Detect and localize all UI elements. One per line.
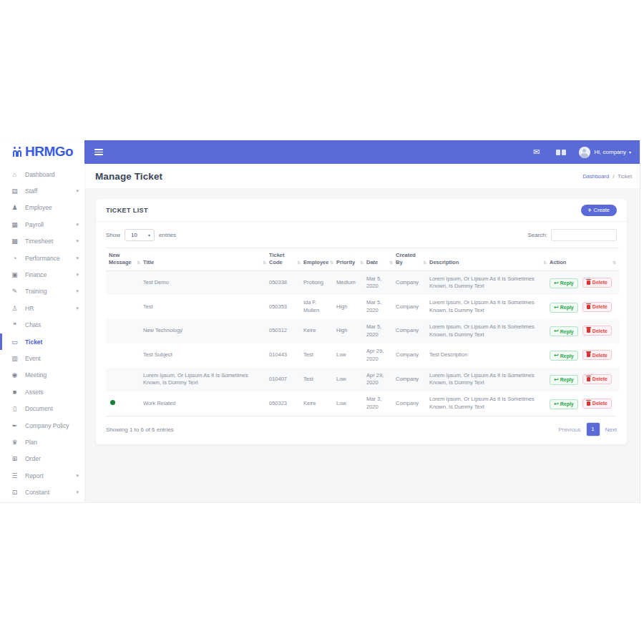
create-button[interactable]: + Create bbox=[581, 205, 617, 216]
column-header[interactable]: Title ⇅ bbox=[143, 248, 269, 271]
column-header[interactable]: Created By ⇅ bbox=[396, 248, 429, 271]
show-entries: Show 10 ▾ entries bbox=[106, 229, 176, 241]
column-header-label: Priority bbox=[336, 259, 355, 265]
reply-icon: ↩ bbox=[554, 305, 559, 311]
avatar[interactable] bbox=[579, 147, 590, 158]
user-menu[interactable]: Hi, company bbox=[595, 149, 626, 155]
sidebar-item-assets[interactable]: ■ Assets ▾ bbox=[0, 384, 84, 400]
action-cell: ↩Reply Delete bbox=[550, 270, 619, 295]
staff-icon: ▤ bbox=[10, 187, 19, 195]
column-header-label: Ticket Code bbox=[269, 252, 285, 265]
sidebar-toggle-button[interactable] bbox=[94, 147, 104, 157]
chevron-down-icon: ▾ bbox=[76, 473, 79, 479]
sidebar-item-company-policy[interactable]: ✒ Company Policy ▾ bbox=[0, 417, 84, 434]
topbar: ✉ Hi, company ▾ bbox=[84, 140, 640, 164]
pagination-previous[interactable]: Previous bbox=[558, 426, 580, 433]
new-message-cell bbox=[106, 295, 143, 319]
mail-icon[interactable]: ✉ bbox=[533, 147, 540, 157]
payroll-icon: ▦ bbox=[10, 221, 19, 228]
created-by-cell: Company bbox=[396, 368, 429, 392]
chats-icon: ❝ bbox=[10, 321, 19, 328]
search-input[interactable] bbox=[551, 229, 617, 241]
delete-button[interactable]: Delete bbox=[582, 278, 612, 288]
sidebar-item-event[interactable]: ▥ Event ▾ bbox=[0, 350, 84, 366]
sidebar-item-label: Document bbox=[25, 405, 76, 412]
delete-button[interactable]: Delete bbox=[582, 399, 612, 409]
created-by-cell: Company bbox=[396, 295, 429, 319]
sidebar-item-constant[interactable]: ⊡ Constant ▾ bbox=[0, 484, 84, 500]
page-header: Manage Ticket Dashboard / Ticket bbox=[84, 164, 640, 188]
sidebar-item-finance[interactable]: ▣ Finance ▾ bbox=[0, 266, 84, 283]
sidebar-item-report[interactable]: ☰ Report ▾ bbox=[0, 467, 84, 484]
sidebar-item-document[interactable]: ▯ Document ▾ bbox=[0, 400, 84, 416]
ticket-code-cell: 010407 bbox=[269, 368, 303, 392]
delete-button[interactable]: Delete bbox=[582, 374, 612, 384]
reply-button[interactable]: ↩Reply bbox=[550, 399, 578, 409]
column-header[interactable]: Date ⇅ bbox=[366, 248, 396, 271]
column-header[interactable]: Ticket Code ⇅ bbox=[269, 248, 303, 271]
sidebar-item-label: Dashboard bbox=[25, 171, 76, 178]
sidebar-item-plan[interactable]: ♛ Plan ▾ bbox=[0, 434, 84, 450]
ticket-row: Work Related 050323 Keire Low Mar 3, 202… bbox=[106, 391, 619, 416]
priority-cell: High bbox=[336, 295, 366, 319]
sidebar-item-label: Employee bbox=[25, 204, 76, 211]
card-body: Show 10 ▾ entries Search: bbox=[96, 222, 627, 444]
column-header[interactable]: Description ⇅ bbox=[429, 248, 550, 271]
show-label: Show bbox=[106, 232, 120, 238]
title-cell: Test Subject bbox=[143, 343, 269, 368]
description-cell: Lorem Ipsum, Or Lipsum As It Is Sometime… bbox=[429, 391, 550, 416]
column-header-label: Employee bbox=[303, 259, 328, 265]
page-size-select[interactable]: 10 ▾ bbox=[125, 229, 155, 241]
brand-logo[interactable]: HRMGo bbox=[0, 140, 84, 163]
trash-icon bbox=[587, 305, 590, 309]
order-icon: ⊞ bbox=[10, 455, 19, 462]
sidebar-item-payroll[interactable]: ▦ Payroll ▾ bbox=[0, 216, 84, 233]
table-header-row: New Message ⇅ Title ⇅ Ticket Code ⇅ Empl… bbox=[106, 248, 619, 271]
column-header-label: Action bbox=[550, 259, 566, 265]
sort-icon: ⇅ bbox=[330, 260, 333, 266]
main-area: ✉ Hi, company ▾ Manage Ticket Dashboard … bbox=[84, 140, 640, 502]
sidebar-item-label: Plan bbox=[25, 439, 76, 446]
column-header[interactable]: New Message ⇅ bbox=[106, 248, 143, 271]
date-cell: Mar 5, 2020 bbox=[366, 295, 396, 319]
table-controls: Show 10 ▾ entries Search: bbox=[106, 222, 617, 248]
sidebar-item-staff[interactable]: ▤ Staff ▾ bbox=[0, 182, 84, 199]
sidebar-item-timesheet[interactable]: ▩ Timesheet ▾ bbox=[0, 233, 84, 250]
sidebar-item-label: Event bbox=[25, 355, 76, 362]
chevron-down-icon: ▾ bbox=[76, 188, 79, 194]
delete-button[interactable]: Delete bbox=[582, 302, 612, 312]
sidebar-item-label: Staff bbox=[25, 187, 76, 195]
column-header[interactable]: Employee ⇅ bbox=[303, 248, 336, 271]
column-header-label: Description bbox=[429, 259, 459, 265]
column-header[interactable]: Action ⇅ bbox=[550, 248, 619, 271]
trash-icon bbox=[587, 353, 590, 357]
chevron-down-icon: ▾ bbox=[76, 272, 79, 278]
sidebar-item-performance[interactable]: ◔ Performance ▾ bbox=[0, 250, 84, 266]
sidebar-item-meeting[interactable]: ◉ Meeting ▾ bbox=[0, 367, 84, 384]
pagination-next[interactable]: Next bbox=[605, 426, 617, 433]
sidebar-item-employee[interactable]: ♟ Employee ▾ bbox=[0, 200, 84, 216]
sidebar-item-order[interactable]: ⊞ Order ▾ bbox=[0, 451, 84, 467]
reply-button[interactable]: ↩Reply bbox=[550, 303, 578, 313]
sidebar-item-ticket[interactable]: ▭ Ticket ▾ bbox=[0, 333, 84, 350]
sidebar-item-hr[interactable]: ♙ HR ▾ bbox=[0, 300, 84, 316]
sidebar-item-chats[interactable]: ❝ Chats ▾ bbox=[0, 317, 84, 333]
sidebar-item-training[interactable]: ✎ Training ▾ bbox=[0, 283, 84, 300]
reply-button[interactable]: ↩Reply bbox=[550, 375, 578, 385]
column-header[interactable]: Priority ⇅ bbox=[336, 248, 366, 271]
reply-button[interactable]: ↩Reply bbox=[550, 278, 578, 288]
delete-button[interactable]: Delete bbox=[582, 350, 612, 360]
chevron-down-icon: ▾ bbox=[629, 150, 631, 155]
description-cell: Lorem Ipsum, Or Lipsum As It Is Sometime… bbox=[429, 319, 550, 343]
employee-cell: Keire bbox=[303, 319, 336, 343]
language-flag-icon[interactable] bbox=[556, 150, 566, 155]
reply-button[interactable]: ↩Reply bbox=[550, 351, 578, 361]
card-title: TICKET LIST bbox=[106, 207, 148, 214]
breadcrumb-dashboard-link[interactable]: Dashboard bbox=[582, 173, 609, 180]
training-icon: ✎ bbox=[10, 288, 19, 295]
reply-button[interactable]: ↩Reply bbox=[550, 326, 578, 336]
trash-icon bbox=[587, 377, 590, 381]
pagination-page-1[interactable]: 1 bbox=[587, 423, 600, 436]
sidebar-item-dashboard[interactable]: ⌂ Dashboard ▾ bbox=[0, 166, 84, 182]
delete-button[interactable]: Delete bbox=[582, 326, 612, 336]
